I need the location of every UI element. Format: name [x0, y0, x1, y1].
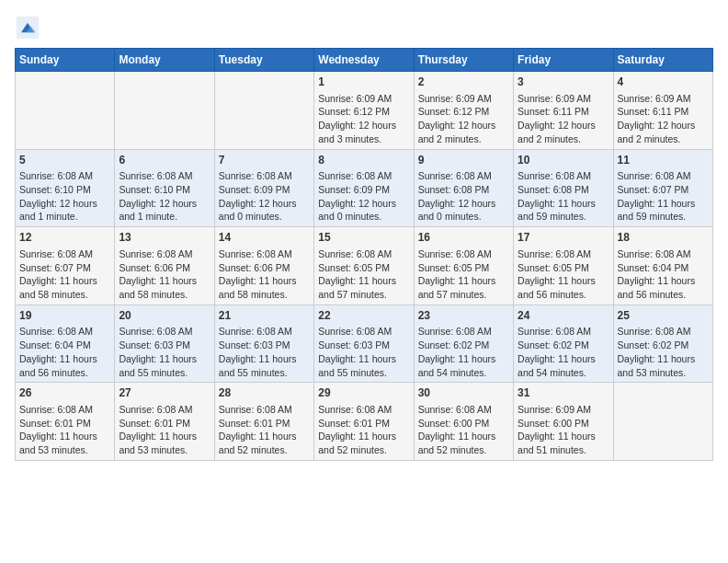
day-number: 7	[219, 153, 310, 168]
day-info: Sunrise: 6:08 AMSunset: 6:10 PMDaylight:…	[19, 169, 110, 224]
calendar-cell: 12Sunrise: 6:08 AMSunset: 6:07 PMDayligh…	[16, 227, 115, 305]
day-number: 21	[219, 308, 310, 324]
calendar-cell	[16, 72, 115, 150]
day-number: 25	[618, 308, 709, 324]
calendar-cell: 22Sunrise: 6:08 AMSunset: 6:03 PMDayligh…	[314, 304, 414, 383]
day-number: 17	[518, 230, 609, 246]
day-info: Sunrise: 6:09 AMSunset: 6:11 PMDaylight:…	[518, 92, 609, 146]
day-info: Sunrise: 6:08 AMSunset: 6:02 PMDaylight:…	[618, 325, 709, 379]
logo	[15, 15, 42, 40]
day-info: Sunrise: 6:08 AMSunset: 6:02 PMDaylight:…	[418, 325, 509, 379]
day-info: Sunrise: 6:08 AMSunset: 6:10 PMDaylight:…	[119, 169, 210, 224]
day-info: Sunrise: 6:08 AMSunset: 6:04 PMDaylight:…	[19, 325, 110, 379]
day-info: Sunrise: 6:08 AMSunset: 6:01 PMDaylight:…	[219, 403, 310, 457]
calendar-cell: 27Sunrise: 6:08 AMSunset: 6:01 PMDayligh…	[115, 383, 214, 461]
day-number: 11	[618, 153, 709, 168]
calendar-cell: 24Sunrise: 6:08 AMSunset: 6:02 PMDayligh…	[514, 304, 613, 383]
day-info: Sunrise: 6:09 AMSunset: 6:12 PMDaylight:…	[418, 92, 509, 146]
calendar-cell: 19Sunrise: 6:08 AMSunset: 6:04 PMDayligh…	[16, 304, 115, 383]
day-info: Sunrise: 6:08 AMSunset: 6:01 PMDaylight:…	[318, 403, 409, 457]
day-info: Sunrise: 6:08 AMSunset: 6:07 PMDaylight:…	[618, 169, 709, 224]
day-info: Sunrise: 6:08 AMSunset: 6:01 PMDaylight:…	[119, 403, 210, 457]
day-info: Sunrise: 6:08 AMSunset: 6:03 PMDaylight:…	[219, 325, 310, 379]
weekday-header: Sunday	[16, 49, 115, 72]
calendar-cell	[115, 72, 214, 150]
calendar-cell: 26Sunrise: 6:08 AMSunset: 6:01 PMDayligh…	[16, 383, 115, 461]
day-number: 5	[19, 153, 110, 168]
day-number: 22	[318, 308, 409, 324]
weekday-header: Saturday	[613, 49, 712, 72]
day-number: 14	[219, 230, 310, 246]
weekday-header: Monday	[115, 49, 214, 72]
calendar-cell: 9Sunrise: 6:08 AMSunset: 6:08 PMDaylight…	[414, 149, 513, 227]
calendar-week-row: 26Sunrise: 6:08 AMSunset: 6:01 PMDayligh…	[16, 383, 713, 461]
calendar-cell: 29Sunrise: 6:08 AMSunset: 6:01 PMDayligh…	[314, 383, 414, 461]
day-number: 12	[19, 230, 110, 246]
day-info: Sunrise: 6:09 AMSunset: 6:11 PMDaylight:…	[618, 92, 709, 146]
calendar-cell: 20Sunrise: 6:08 AMSunset: 6:03 PMDayligh…	[115, 304, 214, 383]
weekday-header-row: SundayMondayTuesdayWednesdayThursdayFrid…	[16, 49, 713, 72]
day-number: 10	[518, 153, 609, 168]
day-number: 9	[418, 153, 509, 168]
day-info: Sunrise: 6:08 AMSunset: 6:05 PMDaylight:…	[418, 247, 509, 302]
weekday-header: Tuesday	[214, 49, 313, 72]
calendar-cell: 15Sunrise: 6:08 AMSunset: 6:05 PMDayligh…	[314, 227, 414, 305]
day-info: Sunrise: 6:08 AMSunset: 6:00 PMDaylight:…	[418, 403, 509, 457]
calendar-cell: 21Sunrise: 6:08 AMSunset: 6:03 PMDayligh…	[214, 304, 313, 383]
day-info: Sunrise: 6:08 AMSunset: 6:04 PMDaylight:…	[618, 247, 709, 302]
day-number: 19	[19, 308, 110, 324]
calendar-week-row: 12Sunrise: 6:08 AMSunset: 6:07 PMDayligh…	[16, 227, 713, 305]
calendar-cell: 3Sunrise: 6:09 AMSunset: 6:11 PMDaylight…	[514, 72, 613, 150]
day-number: 23	[418, 308, 509, 324]
day-number: 29	[318, 385, 409, 401]
calendar-cell: 31Sunrise: 6:09 AMSunset: 6:00 PMDayligh…	[514, 383, 613, 461]
day-number: 8	[318, 153, 409, 168]
calendar-cell: 4Sunrise: 6:09 AMSunset: 6:11 PMDaylight…	[613, 72, 712, 150]
calendar-cell: 6Sunrise: 6:08 AMSunset: 6:10 PMDaylight…	[115, 149, 214, 227]
day-number: 26	[19, 385, 110, 401]
day-info: Sunrise: 6:08 AMSunset: 6:07 PMDaylight:…	[19, 247, 110, 302]
day-number: 20	[119, 308, 210, 324]
day-number: 27	[119, 385, 210, 401]
calendar-cell	[613, 383, 712, 461]
logo-icon	[15, 15, 40, 40]
calendar-cell: 7Sunrise: 6:08 AMSunset: 6:09 PMDaylight…	[214, 149, 313, 227]
day-number: 15	[318, 230, 409, 246]
day-number: 18	[618, 230, 709, 246]
calendar-cell: 16Sunrise: 6:08 AMSunset: 6:05 PMDayligh…	[414, 227, 513, 305]
day-info: Sunrise: 6:08 AMSunset: 6:05 PMDaylight:…	[318, 247, 409, 302]
day-info: Sunrise: 6:08 AMSunset: 6:06 PMDaylight:…	[219, 247, 310, 302]
day-info: Sunrise: 6:08 AMSunset: 6:09 PMDaylight:…	[219, 169, 310, 224]
day-number: 3	[518, 75, 609, 90]
day-info: Sunrise: 6:08 AMSunset: 6:02 PMDaylight:…	[518, 325, 609, 379]
day-number: 30	[418, 385, 509, 401]
calendar-week-row: 19Sunrise: 6:08 AMSunset: 6:04 PMDayligh…	[16, 304, 713, 383]
calendar-cell: 11Sunrise: 6:08 AMSunset: 6:07 PMDayligh…	[613, 149, 712, 227]
day-number: 28	[219, 385, 310, 401]
calendar-cell: 30Sunrise: 6:08 AMSunset: 6:00 PMDayligh…	[414, 383, 513, 461]
page-header	[15, 15, 713, 40]
day-info: Sunrise: 6:08 AMSunset: 6:06 PMDaylight:…	[119, 247, 210, 302]
calendar-cell: 1Sunrise: 6:09 AMSunset: 6:12 PMDaylight…	[314, 72, 414, 150]
day-number: 1	[318, 75, 409, 90]
calendar-cell	[214, 72, 313, 150]
day-info: Sunrise: 6:08 AMSunset: 6:08 PMDaylight:…	[518, 169, 609, 224]
day-number: 2	[418, 75, 509, 90]
calendar-week-row: 5Sunrise: 6:08 AMSunset: 6:10 PMDaylight…	[16, 149, 713, 227]
calendar-cell: 2Sunrise: 6:09 AMSunset: 6:12 PMDaylight…	[414, 72, 513, 150]
day-number: 31	[518, 385, 609, 401]
day-info: Sunrise: 6:09 AMSunset: 6:00 PMDaylight:…	[518, 403, 609, 457]
calendar-cell: 13Sunrise: 6:08 AMSunset: 6:06 PMDayligh…	[115, 227, 214, 305]
day-number: 16	[418, 230, 509, 246]
day-number: 13	[119, 230, 210, 246]
weekday-header: Friday	[514, 49, 613, 72]
day-info: Sunrise: 6:09 AMSunset: 6:12 PMDaylight:…	[318, 92, 409, 146]
calendar-table: SundayMondayTuesdayWednesdayThursdayFrid…	[15, 48, 713, 461]
calendar-cell: 18Sunrise: 6:08 AMSunset: 6:04 PMDayligh…	[613, 227, 712, 305]
calendar-week-row: 1Sunrise: 6:09 AMSunset: 6:12 PMDaylight…	[16, 72, 713, 150]
day-number: 4	[618, 75, 709, 90]
day-info: Sunrise: 6:08 AMSunset: 6:08 PMDaylight:…	[418, 169, 509, 224]
day-info: Sunrise: 6:08 AMSunset: 6:01 PMDaylight:…	[19, 403, 110, 457]
day-info: Sunrise: 6:08 AMSunset: 6:03 PMDaylight:…	[318, 325, 409, 379]
day-number: 6	[119, 153, 210, 168]
